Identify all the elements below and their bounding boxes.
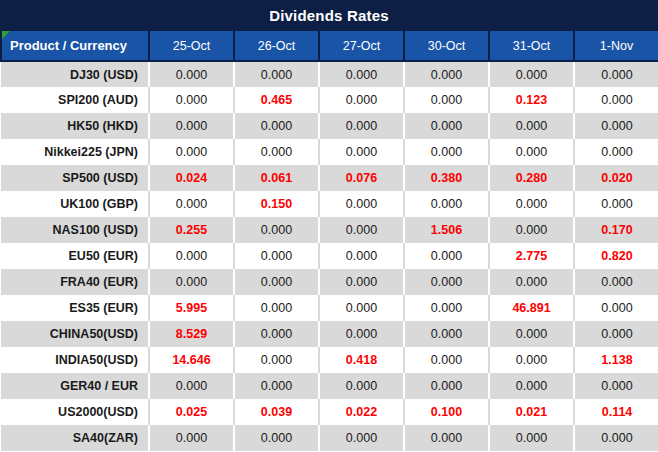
value-cell: 0.000 xyxy=(404,373,489,399)
product-cell: SP500 (USD) xyxy=(1,165,149,191)
product-cell: US2000(USD) xyxy=(1,399,149,425)
value-cell: 0.255 xyxy=(149,217,234,243)
value-cell: 0.000 xyxy=(234,113,319,139)
table-row: FRA40 (EUR)0.0000.0000.0000.0000.0000.00… xyxy=(1,269,658,295)
product-cell: SA40(ZAR) xyxy=(1,425,149,451)
value-cell: 0.000 xyxy=(149,373,234,399)
value-cell: 0.000 xyxy=(319,295,404,321)
value-cell: 0.000 xyxy=(574,269,658,295)
value-cell: 0.039 xyxy=(234,399,319,425)
value-cell: 14.646 xyxy=(149,347,234,373)
value-cell: 0.000 xyxy=(234,217,319,243)
value-cell: 0.000 xyxy=(574,373,658,399)
value-cell: 0.000 xyxy=(234,243,319,269)
value-cell: 46.891 xyxy=(489,295,574,321)
product-cell: DJ30 (USD) xyxy=(1,61,149,87)
corner-header-label: Product / Currency xyxy=(10,38,127,53)
value-cell: 0.000 xyxy=(489,425,574,451)
value-cell: 0.000 xyxy=(404,191,489,217)
product-cell: CHINA50(USD) xyxy=(1,321,149,347)
table-row: EU50 (EUR)0.0000.0000.0000.0002.7750.820 xyxy=(1,243,658,269)
product-cell: ES35 (EUR) xyxy=(1,295,149,321)
value-cell: 0.000 xyxy=(234,269,319,295)
value-cell: 0.000 xyxy=(149,87,234,113)
value-cell: 0.022 xyxy=(319,399,404,425)
value-cell: 0.000 xyxy=(234,321,319,347)
value-cell: 0.000 xyxy=(404,347,489,373)
value-cell: 0.418 xyxy=(319,347,404,373)
value-cell: 0.000 xyxy=(489,113,574,139)
value-cell: 0.000 xyxy=(319,373,404,399)
product-cell: INDIA50(USD) xyxy=(1,347,149,373)
corner-header-cell: Product / Currency xyxy=(1,31,149,61)
product-cell: NAS100 (USD) xyxy=(1,217,149,243)
title-bar: Dividends Rates xyxy=(0,0,658,31)
value-cell: 0.000 xyxy=(404,243,489,269)
value-cell: 0.465 xyxy=(234,87,319,113)
value-cell: 8.529 xyxy=(149,321,234,347)
product-cell: FRA40 (EUR) xyxy=(1,269,149,295)
value-cell: 0.000 xyxy=(404,425,489,451)
value-cell: 0.000 xyxy=(404,113,489,139)
date-header: 1-Nov xyxy=(574,31,658,61)
value-cell: 0.000 xyxy=(319,139,404,165)
value-cell: 0.000 xyxy=(149,61,234,87)
table-row: SPI200 (AUD)0.0000.4650.0000.0000.1230.0… xyxy=(1,87,658,113)
dividends-rates-widget: Dividends Rates Product / Currency 25-Oc… xyxy=(0,0,658,452)
table-row: NAS100 (USD)0.2550.0000.0001.5060.0000.1… xyxy=(1,217,658,243)
value-cell: 0.000 xyxy=(319,191,404,217)
value-cell: 0.280 xyxy=(489,165,574,191)
product-cell: GER40 / EUR xyxy=(1,373,149,399)
date-header: 26-Oct xyxy=(234,31,319,61)
value-cell: 0.000 xyxy=(404,269,489,295)
value-cell: 0.000 xyxy=(404,139,489,165)
product-cell: SPI200 (AUD) xyxy=(1,87,149,113)
value-cell: 0.100 xyxy=(404,399,489,425)
value-cell: 0.000 xyxy=(404,61,489,87)
value-cell: 0.000 xyxy=(319,113,404,139)
table-row: SA40(ZAR)0.0000.0000.0000.0000.0000.000 xyxy=(1,425,658,451)
value-cell: 0.000 xyxy=(234,61,319,87)
value-cell: 0.025 xyxy=(149,399,234,425)
value-cell: 0.000 xyxy=(319,217,404,243)
value-cell: 0.000 xyxy=(489,139,574,165)
value-cell: 0.000 xyxy=(489,217,574,243)
value-cell: 0.000 xyxy=(574,139,658,165)
value-cell: 0.000 xyxy=(574,61,658,87)
table-header-row: Product / Currency 25-Oct26-Oct27-Oct30-… xyxy=(1,31,658,61)
table-row: DJ30 (USD)0.0000.0000.0000.0000.0000.000 xyxy=(1,61,658,87)
value-cell: 0.150 xyxy=(234,191,319,217)
value-cell: 0.380 xyxy=(404,165,489,191)
value-cell: 0.000 xyxy=(574,191,658,217)
value-cell: 2.775 xyxy=(489,243,574,269)
value-cell: 0.000 xyxy=(489,321,574,347)
value-cell: 0.000 xyxy=(149,269,234,295)
value-cell: 0.000 xyxy=(149,191,234,217)
date-header: 30-Oct xyxy=(404,31,489,61)
value-cell: 0.170 xyxy=(574,217,658,243)
value-cell: 0.000 xyxy=(404,87,489,113)
value-cell: 0.000 xyxy=(489,373,574,399)
table-row: UK100 (GBP)0.0000.1500.0000.0000.0000.00… xyxy=(1,191,658,217)
value-cell: 0.000 xyxy=(149,113,234,139)
table-row: Nikkei225 (JPN)0.0000.0000.0000.0000.000… xyxy=(1,139,658,165)
value-cell: 0.123 xyxy=(489,87,574,113)
value-cell: 0.000 xyxy=(234,373,319,399)
value-cell: 0.076 xyxy=(319,165,404,191)
date-header: 25-Oct xyxy=(149,31,234,61)
value-cell: 0.000 xyxy=(149,425,234,451)
value-cell: 0.820 xyxy=(574,243,658,269)
table-row: US2000(USD)0.0250.0390.0220.1000.0210.11… xyxy=(1,399,658,425)
value-cell: 0.000 xyxy=(319,321,404,347)
value-cell: 0.061 xyxy=(234,165,319,191)
date-header: 31-Oct xyxy=(489,31,574,61)
product-cell: Nikkei225 (JPN) xyxy=(1,139,149,165)
value-cell: 0.000 xyxy=(234,347,319,373)
date-header: 27-Oct xyxy=(319,31,404,61)
value-cell: 0.000 xyxy=(149,139,234,165)
value-cell: 0.021 xyxy=(489,399,574,425)
value-cell: 0.000 xyxy=(574,87,658,113)
value-cell: 0.000 xyxy=(574,425,658,451)
value-cell: 1.138 xyxy=(574,347,658,373)
value-cell: 0.114 xyxy=(574,399,658,425)
